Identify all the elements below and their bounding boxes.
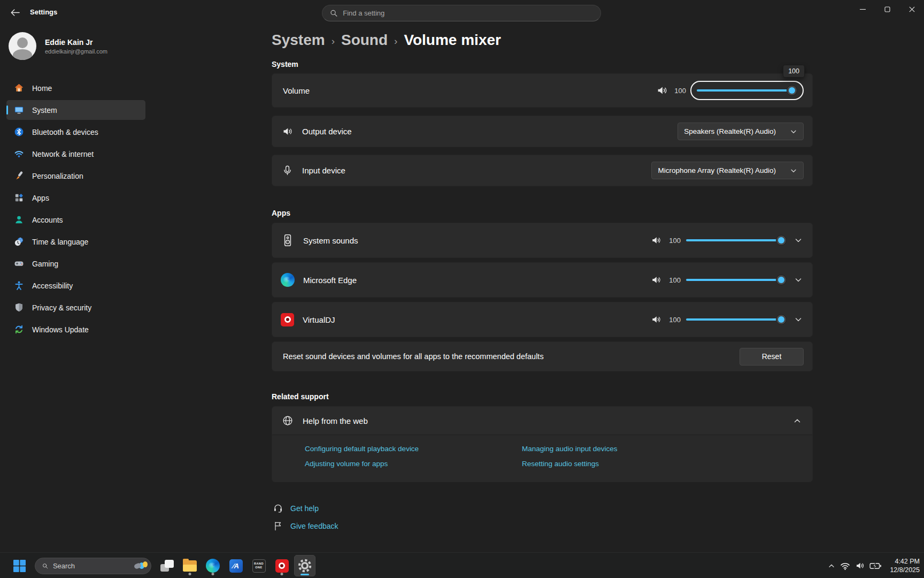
expand-chevron-icon[interactable] <box>794 276 803 284</box>
task-view-button[interactable] <box>156 555 178 576</box>
settings-button[interactable] <box>294 555 315 576</box>
reset-description: Reset sound devices and volumes for all … <box>283 352 544 361</box>
help-link-managing-input[interactable]: Managing audio input devices <box>522 445 812 453</box>
app-volume-slider[interactable] <box>686 275 787 285</box>
slider-thumb[interactable] <box>776 235 787 246</box>
input-device-label: Input device <box>302 166 345 175</box>
apps-icon <box>14 193 24 203</box>
footer-links: Get help Give feedback <box>272 501 813 533</box>
windows-start-icon <box>13 560 26 572</box>
wifi-icon[interactable] <box>840 561 850 571</box>
app-row-virtualdj: VirtualDJ 100 <box>272 302 813 337</box>
taskbar: ⁄A RAND ONE 4:42 PM <box>0 552 924 578</box>
virtualdj-button[interactable] <box>271 555 292 576</box>
app-volume-value: 100 <box>667 276 681 284</box>
account-profile[interactable]: Eddie Kain Jr eddielkainjr@gmail.com <box>9 32 107 60</box>
taskbar-search-input[interactable] <box>53 562 129 570</box>
media-a-app-button[interactable]: ⁄A <box>225 555 247 576</box>
chevron-down-icon <box>790 167 797 174</box>
slider-thumb[interactable] <box>776 314 787 325</box>
input-device-dropdown[interactable]: Microphone Array (Realtek(R) Audio) <box>651 162 804 179</box>
search-input[interactable] <box>343 9 593 17</box>
sidebar-item-bluetooth[interactable]: Bluetooth & devices <box>6 122 145 142</box>
sidebar-item-home[interactable]: Home <box>6 78 145 98</box>
volume-row: Volume 100 100 <box>272 73 813 108</box>
reset-button[interactable]: Reset <box>740 348 804 366</box>
help-from-web-label: Help from the web <box>303 416 368 425</box>
help-links: Configuring default playback device Mana… <box>272 435 812 482</box>
sidebar-item-apps[interactable]: Apps <box>6 188 145 208</box>
file-explorer-button[interactable] <box>179 555 201 576</box>
app-volume-slider[interactable] <box>686 235 787 246</box>
sidebar-item-time-language[interactable]: Time & language <box>6 232 145 252</box>
volume-tooltip: 100 <box>783 65 805 78</box>
rand-one-app-button[interactable]: RAND ONE <box>248 555 270 576</box>
start-button[interactable] <box>9 555 30 576</box>
virtualdj-icon <box>281 313 294 326</box>
sidebar-item-gaming[interactable]: Gaming <box>6 254 145 273</box>
running-indicator <box>189 573 191 575</box>
sidebar-item-label: Personalization <box>32 172 83 180</box>
slider-track <box>686 318 787 321</box>
slider-track <box>686 239 787 241</box>
help-link-configuring-playback[interactable]: Configuring default playback device <box>305 445 522 453</box>
app-volume-slider[interactable] <box>686 314 787 325</box>
sidebar-item-windows-update[interactable]: Windows Update <box>6 320 145 339</box>
sidebar-item-privacy[interactable]: Privacy & security <box>6 298 145 317</box>
reset-row: Reset sound devices and volumes for all … <box>272 341 813 371</box>
volume-slider[interactable] <box>697 85 797 96</box>
sidebar-item-label: Bluetooth & devices <box>32 128 98 136</box>
microphone-icon <box>282 165 293 176</box>
hidden-icons-chevron-icon[interactable] <box>828 562 835 569</box>
volume-speaker-icon <box>651 275 661 285</box>
volume-tray-icon[interactable] <box>855 561 865 571</box>
taskbar-clock[interactable]: 4:42 PM 12/8/2025 <box>890 557 920 575</box>
sidebar-item-system[interactable]: System <box>6 100 145 120</box>
output-device-label: Output device <box>302 127 352 136</box>
file-explorer-icon <box>183 560 197 572</box>
close-button[interactable] <box>899 0 924 18</box>
sidebar-item-personalization[interactable]: Personalization <box>6 166 145 186</box>
microsoft-edge-icon <box>206 559 220 573</box>
microsoft-edge-button[interactable] <box>202 555 224 576</box>
slider-thumb[interactable] <box>776 275 787 285</box>
rand-tile-line2: ONE <box>255 566 262 569</box>
maximize-button[interactable] <box>875 0 899 18</box>
taskbar-search[interactable] <box>35 558 151 574</box>
gaming-icon <box>14 258 24 269</box>
app-name: System sounds <box>303 236 358 245</box>
slider-thumb[interactable] <box>787 85 797 96</box>
breadcrumb-system[interactable]: System <box>272 32 325 49</box>
help-from-web-header[interactable]: Help from the web <box>272 407 812 435</box>
slider-track <box>686 279 787 281</box>
help-link-adjusting-volume[interactable]: Adjusting volume for apps <box>305 460 522 468</box>
output-device-dropdown[interactable]: Speakers (Realtek(R) Audio) <box>677 123 804 140</box>
network-icon <box>14 149 24 159</box>
breadcrumb-separator: › <box>394 33 397 47</box>
app-volume-value: 100 <box>667 316 681 324</box>
battery-charging-icon[interactable] <box>869 561 882 571</box>
avatar <box>9 32 36 60</box>
settings-search[interactable] <box>322 5 601 21</box>
window-controls <box>850 0 924 18</box>
back-arrow-icon <box>11 9 20 17</box>
get-help-icon <box>273 503 283 514</box>
privacy-icon <box>14 302 24 313</box>
section-label-related-support: Related support <box>272 392 813 401</box>
minimize-icon <box>860 6 866 12</box>
collapse-chevron-icon[interactable] <box>793 416 802 425</box>
get-help-link[interactable]: Get help <box>273 501 813 515</box>
minimize-button[interactable] <box>850 0 875 18</box>
back-button[interactable] <box>5 4 25 20</box>
sidebar-item-label: System <box>32 106 57 115</box>
task-view-icon <box>160 560 174 572</box>
sidebar-item-accounts[interactable]: Accounts <box>6 210 145 230</box>
expand-chevron-icon[interactable] <box>794 236 803 245</box>
expand-chevron-icon[interactable] <box>794 315 803 324</box>
help-link-resetting-audio[interactable]: Resetting audio settings <box>522 460 812 468</box>
give-feedback-link[interactable]: Give feedback <box>273 519 813 533</box>
breadcrumb-sound[interactable]: Sound <box>341 32 388 49</box>
sidebar-item-network[interactable]: Network & internet <box>6 144 145 164</box>
profile-name: Eddie Kain Jr <box>45 38 107 47</box>
sidebar-item-accessibility[interactable]: Accessibility <box>6 276 145 295</box>
